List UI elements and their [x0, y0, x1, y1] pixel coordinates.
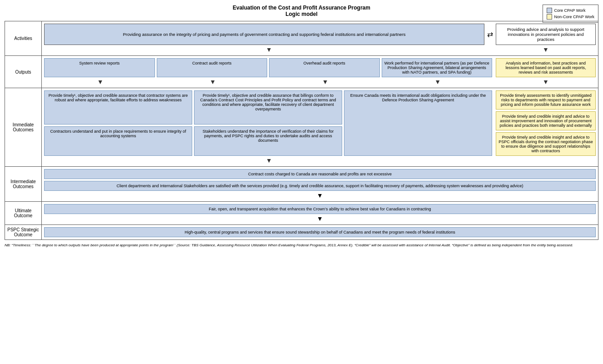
legend-core-label: Core CPAP Work — [554, 8, 585, 13]
output-box-3: Overhead audit reports — [269, 58, 380, 77]
arrow-out-1: ▼ — [97, 78, 104, 85]
imm-c1r1: Provide timely¹, objective and credible … — [44, 90, 192, 125]
activities-arrows: ▼ ▼ — [44, 46, 596, 53]
legend-noncore-box — [547, 14, 552, 20]
pspc-content: High-quality, central programs and servi… — [42, 225, 598, 239]
arrow-out-3: ▼ — [322, 78, 329, 85]
ultimate-label: Ultimate Outcome — [5, 202, 42, 224]
activities-label: Activities — [5, 21, 42, 55]
immediate-content: Provide timely¹, objective and credible … — [42, 88, 598, 166]
pspc-row: PSPC Strategic Outcome High-quality, cen… — [5, 224, 598, 240]
activities-side-box: Providing advice and analysis to support… — [496, 24, 596, 45]
intermediate-row: Intermediate Outcomes Contract costs cha… — [5, 166, 598, 201]
immediate-label: Immediate Outcomes — [5, 88, 42, 166]
imm-side-2: Provide timely and credible insight and … — [496, 111, 596, 130]
arrow-imm-main: ▼ — [44, 157, 494, 164]
pspc-label: PSPC Strategic Outcome — [5, 225, 42, 239]
arrow-ultimate: ▼ — [44, 215, 596, 222]
footnote: NB: “Timeliness: ``The degree to which o… — [5, 243, 598, 248]
bidir-arrow: ⇄ — [486, 24, 494, 45]
immediate-row: Immediate Outcomes Provide timely¹, obje… — [5, 88, 598, 166]
legend-noncore: Non-Core CPAP Work — [547, 14, 594, 20]
outputs-content: System review reports Contract audit rep… — [42, 56, 598, 88]
intermediate-label: Intermediate Outcomes — [5, 167, 42, 201]
ultimate-content: Fair, open, and transparent acquisition … — [42, 202, 598, 224]
arrow-out-4: ▼ — [434, 78, 441, 85]
imm-c2r2: Stakeholders understand the importance o… — [194, 126, 342, 156]
outputs-left-boxes: System review reports Contract audit rep… — [44, 58, 492, 77]
main-title: Evaluation of the Cost and Profit Assura… — [5, 5, 598, 17]
intermediate-box-2: Client departments and International Sta… — [44, 181, 596, 191]
ultimate-row: Ultimate Outcome Fair, open, and transpa… — [5, 201, 598, 224]
outputs-arrows: ▼ ▼ ▼ ▼ ▼ — [44, 78, 596, 85]
main-layout: Activities Providing assurance on the in… — [5, 21, 598, 240]
outputs-side-box: Analysis and information, best practices… — [496, 58, 596, 77]
pspc-box: High-quality, central programs and servi… — [44, 227, 596, 237]
imm-side-3: Provide timely and credible insight and … — [496, 132, 596, 156]
legend-noncore-label: Non-Core CPAP Work — [554, 15, 594, 19]
arrow-intermediate: ▼ — [44, 192, 596, 199]
arrow-activities-main: ▼ — [44, 46, 494, 53]
activities-content: Providing assurance on the integrity of … — [42, 21, 598, 55]
intermediate-boxes: Contract costs charged to Canada are rea… — [44, 169, 596, 191]
imm-c2r1: Provide timely¹, objective and credible … — [194, 90, 342, 125]
activities-main-box: Providing assurance on the integrity of … — [44, 24, 484, 45]
legend: Core CPAP Work Non-Core CPAP Work — [543, 5, 598, 23]
arrow-imm-side-space — [496, 157, 596, 164]
immediate-left-grid: Provide timely¹, objective and credible … — [44, 90, 492, 156]
output-box-4: Work performed for international partner… — [382, 58, 493, 77]
arrow-out-side: ▼ — [496, 78, 596, 85]
immediate-arrows: ▼ — [44, 157, 596, 164]
ultimate-box: Fair, open, and transparent acquisition … — [44, 204, 596, 214]
arrow-activities-side: ▼ — [496, 46, 596, 53]
page: Core CPAP Work Non-Core CPAP Work Evalua… — [5, 5, 598, 359]
imm-c1r2: Contractors understand and put in place … — [44, 126, 192, 156]
intermediate-box-1: Contract costs charged to Canada are rea… — [44, 169, 596, 179]
outputs-label: Outputs — [5, 56, 42, 88]
imm-side-1: Provide timely assessments to identify u… — [496, 90, 596, 110]
arrow-out-2: ▼ — [209, 78, 216, 85]
legend-core-box — [547, 8, 552, 13]
immediate-right-col: Provide timely assessments to identify u… — [496, 90, 596, 156]
imm-c3: Ensure Canada meets its international au… — [344, 90, 492, 156]
outputs-side-inner: Analysis and information, best practices… — [496, 58, 596, 77]
output-box-1: System review reports — [44, 58, 155, 77]
legend-core: Core CPAP Work — [547, 8, 594, 13]
output-arrows-main: ▼ ▼ ▼ ▼ — [44, 78, 494, 85]
activities-row: Activities Providing assurance on the in… — [5, 21, 598, 55]
intermediate-content: Contract costs charged to Canada are rea… — [42, 167, 598, 201]
output-box-2: Contract audit reports — [157, 58, 268, 77]
outputs-row: Outputs System review reports Contract a… — [5, 55, 598, 88]
